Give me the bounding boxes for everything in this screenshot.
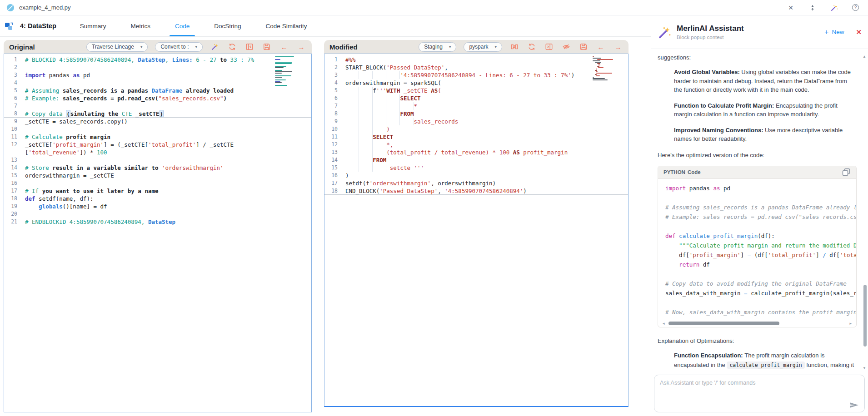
original-toolbar: Original Traverse Lineage ▾ Convert to :… xyxy=(4,40,312,54)
chevron-down-icon: ▾ xyxy=(140,45,143,49)
convert-to-dropdown[interactable]: Convert to : ▾ xyxy=(155,42,203,52)
tab-summary[interactable]: Summary xyxy=(78,15,108,36)
code-card-hscrollbar[interactable]: ◂ ▸ xyxy=(663,320,852,327)
suggestion-list: Avoid Global Variables: Using global var… xyxy=(658,68,857,144)
scroll-left-icon[interactable]: ◂ xyxy=(663,321,665,326)
code-card-line: # Assuming sales_records is a pandas Dat… xyxy=(665,203,856,212)
minimap-line xyxy=(595,74,597,75)
traverse-lineage-dropdown[interactable]: Traverse Lineage ▾ xyxy=(86,42,148,52)
save-button[interactable] xyxy=(262,42,272,52)
tab-docstring[interactable]: DocString xyxy=(212,15,243,36)
vscroll-thumb[interactable] xyxy=(863,285,867,347)
tab-bar: 4: DataStep SummaryMetricsCodeDocStringC… xyxy=(0,15,651,37)
minimap-line xyxy=(275,59,280,60)
code-card-line xyxy=(665,269,856,279)
scroll-right-icon[interactable]: ▸ xyxy=(849,321,852,326)
assistant-message-text: Here's the optimized version of the code… xyxy=(658,152,857,158)
scroll-down-icon[interactable]: ▼ xyxy=(863,366,866,370)
copy-icon[interactable] xyxy=(842,168,851,177)
save-icon xyxy=(579,43,588,51)
refresh-button[interactable] xyxy=(527,42,537,52)
hide-diff-button[interactable] xyxy=(561,42,571,52)
language-dropdown[interactable]: pyspark ▾ xyxy=(464,42,502,52)
code-line: 13(total_profit / total_revenue) * 100 A… xyxy=(324,149,628,156)
minimap-line xyxy=(597,63,600,64)
code-card-line: # Now, sales_data_with_margin contains t… xyxy=(665,307,856,317)
send-icon[interactable] xyxy=(850,402,859,408)
plus-icon: + xyxy=(824,28,828,36)
minimap-line xyxy=(596,71,597,72)
chevron-down-icon: ▾ xyxy=(449,45,451,49)
scroll-up-icon[interactable]: ▲ xyxy=(863,54,866,59)
assistant-input[interactable] xyxy=(654,375,864,412)
new-chat-button[interactable]: + New xyxy=(824,28,844,36)
minimap-line xyxy=(275,73,282,74)
minimap-line xyxy=(597,66,599,67)
redo-button[interactable]: → xyxy=(613,42,623,52)
tab-metrics[interactable]: Metrics xyxy=(129,15,153,36)
staging-dropdown[interactable]: Staging ▾ xyxy=(419,42,456,52)
explanation-item: Function Encapsulation: The profit margi… xyxy=(674,351,854,372)
tab-list: SummaryMetricsCodeDocStringCode Similari… xyxy=(78,15,309,36)
minimap-line xyxy=(275,66,286,67)
magic-wand-icon[interactable] xyxy=(830,4,838,12)
undo-button[interactable]: ← xyxy=(279,42,289,52)
ai-fix-button[interactable] xyxy=(210,42,220,52)
original-panel: Original Traverse Lineage ▾ Convert to :… xyxy=(4,40,312,412)
original-code-editor[interactable]: 1# BLOCKID 4:5859907074586240894, DataSt… xyxy=(4,54,312,412)
open-panel-button[interactable] xyxy=(544,42,554,52)
code-line: ['total_revenue']) * 100 xyxy=(4,149,311,156)
code-line: 8# Copy data (simulating the CTE _setCTE… xyxy=(4,110,311,118)
step-header: 4: DataStep xyxy=(5,21,56,31)
wand-glyph xyxy=(830,4,838,12)
minimap-line xyxy=(275,82,282,83)
save-icon xyxy=(263,43,271,51)
code-line: 15_setcte ''' xyxy=(324,164,628,172)
forward-arrow-icon: → xyxy=(298,44,305,50)
modified-minimap[interactable] xyxy=(593,56,623,80)
code-card-line: # Example: sales_records = pd.read_csv("… xyxy=(665,212,856,222)
open-panel-button[interactable] xyxy=(244,42,254,52)
code-line: 10 xyxy=(4,125,311,133)
swap-columns-button[interactable] xyxy=(509,42,519,52)
python-code-card: PYTHON Code import pandas as pd# Assumin… xyxy=(658,166,857,327)
close-icon[interactable]: ✕ xyxy=(787,4,795,12)
minimap-line xyxy=(275,62,292,63)
code-card-line: # Copy data to avoid modifying the origi… xyxy=(665,279,856,288)
code-language-label: PYTHON xyxy=(663,169,685,175)
inline-code-chip: calculate_profit_margin xyxy=(727,362,804,369)
minimap-line xyxy=(596,73,612,74)
minimap-line xyxy=(593,58,601,59)
original-minimap[interactable] xyxy=(275,56,296,86)
minimap-line xyxy=(275,67,284,68)
code-line: 1# BLOCKID 4:5859907074586240894, DataSt… xyxy=(4,56,311,64)
save-button[interactable] xyxy=(579,42,589,52)
help-icon[interactable]: ? xyxy=(852,4,859,11)
tab-code-similarity[interactable]: Code Similarity xyxy=(264,15,309,36)
code-card-body: import pandas as pd# Assuming sales_reco… xyxy=(658,179,856,319)
modified-code-editor[interactable]: 1#%%2START_BLOCK('Passed DataStep',3'4:5… xyxy=(324,54,629,407)
refresh-button[interactable] xyxy=(227,42,237,52)
assistant-close-icon[interactable]: ✕ xyxy=(856,28,862,36)
explanation-list: Function Encapsulation: The profit margi… xyxy=(658,351,857,372)
code-card-line: """Calculate profit margin and return th… xyxy=(665,241,856,250)
step-label: 4: DataStep xyxy=(20,22,56,30)
modified-toolbar: Modified Staging ▾ pyspark ▾ xyxy=(324,40,629,54)
code-line: 15orderswithmargin = _setCTE xyxy=(4,172,311,179)
code-line: 18END_BLOCK('Passed DataStep', '4:585990… xyxy=(324,187,628,195)
code-line: 5f'''WITH _setCTE AS( xyxy=(324,87,628,94)
code-line: 2START_BLOCK('Passed DataStep', xyxy=(324,64,628,71)
tab-code[interactable]: Code xyxy=(173,15,191,36)
code-line: 11# Calculate profit margin xyxy=(4,133,311,141)
dropdown-label: Convert to : xyxy=(160,44,189,50)
code-line: 7 xyxy=(4,102,311,110)
hscroll-thumb[interactable] xyxy=(668,322,780,325)
file-title: example_4_med.py xyxy=(19,4,70,11)
redo-button[interactable]: → xyxy=(296,42,306,52)
code-card-header: PYTHON Code xyxy=(658,166,856,179)
minimap-line xyxy=(595,62,601,63)
collapse-window-icon[interactable] xyxy=(808,4,817,12)
code-line: 6# Example: sales_records = pd.read_csv(… xyxy=(4,94,311,102)
code-line: 12_setCTE['profit_margin'] = (_setCTE['t… xyxy=(4,141,311,149)
undo-button[interactable]: ← xyxy=(596,42,606,52)
